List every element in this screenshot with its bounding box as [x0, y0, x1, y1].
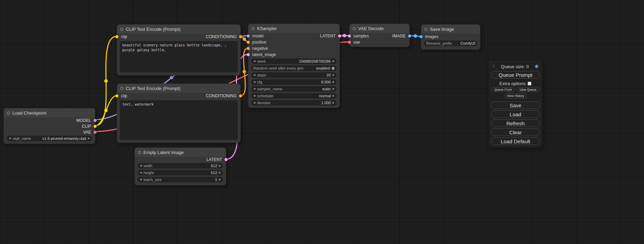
negative-input-dot[interactable] — [247, 47, 250, 50]
node-load-checkpoint[interactable]: Load Checkpoint MODEL CLIP VAE ◀ ckpt_na… — [3, 108, 95, 144]
conditioning-output-dot[interactable] — [239, 35, 242, 38]
widget-cfg[interactable]: ◀ cfg 8.000 ▶ — [251, 79, 337, 85]
latent-output-dot[interactable] — [224, 158, 228, 161]
node-title-bar[interactable]: Load Checkpoint — [4, 108, 95, 117]
decrement-arrow-icon[interactable]: ◀ — [253, 94, 255, 97]
widget-ckpt-name[interactable]: ◀ ckpt_name v1-5-pruned-emaonly.ckpt ▶ — [7, 136, 92, 141]
widget-filename-prefix[interactable]: filename_prefix ComfyUI — [424, 40, 477, 46]
widget-denoise[interactable]: ◀ denoise 1.000 ▶ — [251, 100, 337, 106]
collapse-dot-icon[interactable] — [424, 28, 427, 31]
queue-front-button[interactable]: Queue Front — [491, 87, 515, 92]
collapse-dot-icon[interactable] — [353, 27, 356, 30]
decrement-arrow-icon[interactable]: ◀ — [253, 81, 255, 83]
view-history-button[interactable]: View History — [504, 93, 527, 98]
queue-prompt-button[interactable]: Queue Prompt — [491, 71, 540, 79]
node-title-bar[interactable]: CLIP Text Encode (Prompt) — [117, 25, 240, 34]
node-title-bar[interactable]: CLIP Text Encode (Prompt) — [117, 84, 240, 93]
decrement-arrow-icon[interactable]: ◀ — [253, 60, 255, 63]
samples-input-dot[interactable] — [348, 35, 351, 38]
load-button[interactable]: Load — [491, 110, 540, 118]
increment-arrow-icon[interactable]: ▶ — [333, 74, 335, 76]
clip-input-dot[interactable] — [115, 94, 118, 98]
widget-value: enabled — [316, 66, 330, 70]
model-output-dot[interactable] — [94, 119, 97, 122]
queue-menu-panel: ⠿ Queue size: 0 ✱ Queue Prompt Extra opt… — [489, 61, 542, 147]
node-title-bar[interactable]: KSampler — [248, 24, 339, 33]
widget-width[interactable]: ◀ width 512 ▶ — [138, 163, 223, 169]
load-default-button[interactable]: Load Default — [491, 137, 540, 145]
widget-height[interactable]: ◀ height 512 ▶ — [138, 170, 223, 175]
increment-arrow-icon[interactable]: ▶ — [219, 171, 221, 174]
increment-arrow-icon[interactable]: ▶ — [333, 101, 335, 104]
image-output-dot[interactable] — [408, 35, 411, 38]
node-ksampler[interactable]: KSampler model LATENT positive negative … — [248, 24, 340, 108]
increment-arrow-icon[interactable]: ▶ — [333, 60, 335, 63]
collapse-dot-icon[interactable] — [7, 111, 10, 115]
widget-random-seed-toggle[interactable]: Random seed after every gen enabled — [251, 65, 337, 71]
slot-label: samples — [353, 34, 369, 38]
settings-gear-icon[interactable]: ✱ — [535, 64, 539, 69]
decrement-arrow-icon[interactable]: ◀ — [253, 101, 255, 104]
node-graph-canvas[interactable]: Load Checkpoint MODEL CLIP VAE ◀ ckpt_na… — [0, 0, 644, 244]
increment-arrow-icon[interactable]: ▶ — [88, 137, 90, 140]
decrement-arrow-icon[interactable]: ◀ — [253, 88, 255, 90]
slot-label: negative — [252, 46, 268, 51]
slot-row-samples-image: samples IMAGE — [350, 33, 409, 39]
node-title-bar[interactable]: VAE Decode — [350, 24, 409, 33]
save-button[interactable]: Save — [491, 101, 540, 109]
model-input-dot[interactable] — [247, 35, 250, 38]
node-clip-text-encode-positive[interactable]: CLIP Text Encode (Prompt) clip CONDITION… — [117, 24, 241, 75]
toggle-dot[interactable] — [332, 67, 335, 70]
slot-row-model-latent: model LATENT — [248, 33, 339, 39]
collapse-dot-icon[interactable] — [252, 27, 255, 30]
increment-arrow-icon[interactable]: ▶ — [219, 178, 221, 181]
increment-arrow-icon[interactable]: ▶ — [333, 94, 335, 97]
widget-scheduler[interactable]: ◀ scheduler normal ▶ — [251, 93, 337, 99]
decrement-arrow-icon[interactable]: ◀ — [140, 164, 142, 167]
positive-input-dot[interactable] — [247, 41, 250, 44]
increment-arrow-icon[interactable]: ▶ — [219, 164, 221, 167]
vae-input-dot[interactable] — [348, 41, 351, 44]
widget-batch-size[interactable]: ◀ batch_size 1 ▶ — [138, 177, 223, 182]
widget-name: height — [143, 171, 154, 175]
decrement-arrow-icon[interactable]: ◀ — [140, 178, 142, 181]
widget-value: euler — [322, 87, 330, 91]
output-slot-clip: CLIP — [4, 123, 95, 129]
increment-arrow-icon[interactable]: ▶ — [333, 81, 335, 83]
node-empty-latent-image[interactable]: Empty Latent Image LATENT ◀ width 512 ▶ … — [134, 147, 226, 186]
clip-output-dot[interactable] — [94, 125, 97, 128]
decrement-arrow-icon[interactable]: ◀ — [9, 137, 11, 140]
node-save-image[interactable]: Save Image images filename_prefix ComfyU… — [421, 24, 480, 50]
widget-sampler-name[interactable]: ◀ sampler_name euler ▶ — [251, 86, 337, 92]
slot-label: LATENT — [206, 157, 222, 162]
decrement-arrow-icon[interactable]: ◀ — [253, 74, 255, 76]
widget-steps[interactable]: ◀ steps 20 ▶ — [251, 72, 337, 78]
wire-clip-to-positive-prompt — [95, 36, 117, 126]
slot-label: IMAGE — [392, 34, 406, 38]
vae-output-dot[interactable] — [94, 130, 97, 134]
refresh-button[interactable]: Refresh — [491, 119, 540, 127]
conditioning-output-dot[interactable] — [239, 94, 242, 98]
node-title-bar[interactable]: Save Image — [421, 25, 480, 34]
view-queue-button[interactable]: View Queue — [516, 87, 540, 92]
slot-label: CONDITIONING — [206, 34, 237, 39]
collapse-dot-icon[interactable] — [120, 87, 123, 90]
node-title-bar[interactable]: Empty Latent Image — [135, 148, 226, 157]
increment-arrow-icon[interactable]: ▶ — [333, 88, 335, 90]
prompt-textarea[interactable]: beautiful scenery nature glass bottle la… — [120, 41, 238, 72]
extra-options-checkbox[interactable] — [528, 82, 531, 85]
widget-seed[interactable]: ◀ seed 156680208700286 ▶ — [251, 58, 337, 64]
node-clip-text-encode-negative[interactable]: CLIP Text Encode (Prompt) clip CONDITION… — [117, 83, 241, 143]
clip-input-dot[interactable] — [115, 35, 118, 38]
node-vae-decode[interactable]: VAE Decode samples IMAGE vae — [349, 24, 410, 47]
collapse-dot-icon[interactable] — [138, 151, 141, 154]
images-input-dot[interactable] — [420, 35, 423, 38]
decrement-arrow-icon[interactable]: ◀ — [140, 171, 142, 174]
prompt-textarea[interactable]: text, watermark — [120, 100, 238, 140]
collapse-dot-icon[interactable] — [120, 28, 123, 31]
latent-image-input-dot[interactable] — [247, 53, 250, 56]
drag-handle-icon[interactable]: ⠿ — [492, 64, 495, 69]
latent-output-dot[interactable] — [338, 35, 341, 38]
link-midpoint-dot — [104, 79, 108, 83]
clear-button[interactable]: Clear — [491, 128, 540, 136]
